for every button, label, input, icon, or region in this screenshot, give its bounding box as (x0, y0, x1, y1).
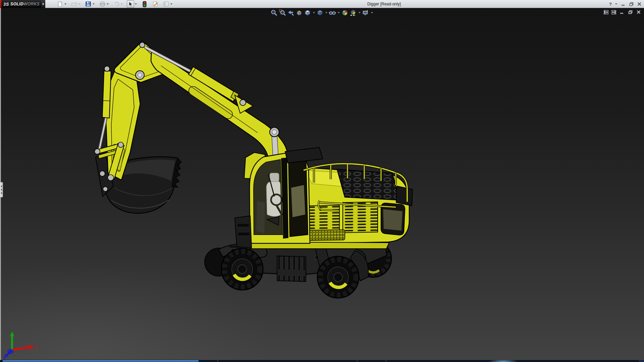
document-restore-button[interactable] (628, 10, 633, 14)
close-icon (637, 2, 641, 6)
section-view-icon (296, 9, 303, 16)
window-controls: ? (609, 0, 642, 8)
save-floppy-icon (85, 1, 91, 7)
chevron-left-icon (1, 189, 2, 191)
close-button[interactable] (637, 2, 642, 6)
zoom-to-area-button[interactable] (279, 9, 286, 16)
boom-cylinder[interactable] (145, 47, 253, 113)
headsup-view-toolbar (270, 9, 373, 16)
taskbar-grip (639, 360, 644, 362)
undo-button[interactable] (113, 0, 120, 8)
view-orientation-button[interactable] (304, 9, 311, 16)
document-title: Digger [Read-only] (349, 2, 419, 6)
restore-button[interactable] (629, 2, 634, 6)
open-button[interactable] (70, 0, 78, 8)
previous-view-button[interactable] (287, 9, 294, 16)
view-settings-caret[interactable] (370, 9, 373, 16)
standard-toolbar (56, 0, 173, 8)
digger-model[interactable] (0, 8, 644, 362)
view-orientation-label: *Dimetric (4, 355, 24, 360)
save-dropdown-caret[interactable] (92, 0, 95, 8)
select-cursor-icon (128, 1, 133, 7)
zoom-to-area-icon (279, 9, 286, 16)
traffic-light-icon (143, 1, 147, 7)
taskbar-separator (217, 360, 218, 362)
edit-appearance-button[interactable] (341, 9, 348, 16)
document-close-button[interactable] (636, 10, 641, 14)
printer-icon (99, 1, 106, 7)
minimize-icon (621, 2, 625, 6)
solidworks-window: 3S SOLIDWORKS (0, 0, 644, 362)
restore-icon (629, 2, 634, 6)
view-settings-button[interactable] (362, 9, 369, 16)
brand-name-bold: SOLID (10, 2, 23, 6)
graphics-area[interactable]: X Z *Dimetric (0, 8, 644, 362)
help-button[interactable]: ? (609, 2, 612, 7)
taskbar-glow (488, 360, 518, 362)
select-tool-button[interactable] (127, 0, 134, 8)
view-settings-icon (362, 9, 369, 16)
options-dropdown-caret[interactable] (170, 0, 173, 8)
menu-expand-arrow[interactable] (41, 0, 45, 8)
taskbar-separator (357, 360, 358, 362)
previous-view-icon (287, 9, 294, 16)
help-dropdown-caret[interactable] (614, 0, 618, 8)
new-document-button[interactable] (56, 0, 64, 8)
taskbar-separator (386, 360, 386, 362)
undo-arrow-icon (113, 1, 120, 7)
close-icon (637, 10, 641, 14)
display-style-button[interactable] (316, 9, 324, 16)
hide-show-items-button[interactable] (329, 9, 336, 16)
open-folder-icon (71, 1, 77, 7)
display-style-caret[interactable] (325, 9, 328, 16)
front-left-wheel[interactable] (221, 248, 263, 290)
edit-appearance-icon (341, 9, 348, 16)
previous-pane-button[interactable] (604, 10, 608, 14)
options-checklist-icon (163, 1, 169, 7)
section-view-button[interactable] (296, 9, 303, 16)
apply-scene-caret[interactable] (358, 9, 361, 16)
chevron-left-icon (1, 192, 2, 194)
main-boom[interactable] (151, 49, 287, 159)
print-dropdown-caret[interactable] (106, 0, 109, 8)
hide-show-items-icon (329, 9, 336, 16)
minimize-icon (620, 10, 624, 14)
new-dropdown-caret[interactable] (64, 0, 67, 8)
hide-show-items-caret[interactable] (337, 9, 340, 16)
file-properties-icon (152, 1, 159, 7)
view-orientation-icon (304, 9, 311, 16)
next-pane-button[interactable] (611, 10, 616, 14)
chevron-right-icon (43, 3, 44, 5)
zoom-to-fit-button[interactable] (270, 9, 278, 16)
file-properties-button[interactable] (152, 0, 159, 8)
select-dropdown-caret[interactable] (134, 0, 138, 8)
new-document-icon (57, 1, 63, 7)
minimize-button[interactable] (621, 2, 626, 6)
front-right-wheel[interactable] (317, 256, 359, 298)
display-style-icon (317, 9, 323, 16)
solidworks-logo: 3S SOLIDWORKS (1, 0, 41, 8)
apply-scene-icon (350, 9, 357, 16)
pane-left-arrow-icon (604, 11, 608, 14)
triad-x-label: X (34, 345, 38, 350)
options-button[interactable] (162, 0, 170, 8)
rebuild-button[interactable] (141, 0, 148, 8)
3ds-logo-icon: 3S (3, 2, 9, 7)
open-dropdown-caret[interactable] (78, 0, 81, 8)
title-bar: 3S SOLIDWORKS (0, 0, 644, 8)
featuremanager-collapsed-tab[interactable] (0, 182, 3, 197)
undo-dropdown-caret[interactable] (120, 0, 123, 8)
document-minimize-button[interactable] (619, 10, 625, 14)
restore-icon (628, 10, 633, 14)
save-button[interactable] (85, 0, 92, 8)
os-taskbar-edge[interactable] (0, 360, 644, 362)
brand-name-light: WORKS (23, 2, 40, 6)
pane-right-arrow-icon (612, 11, 615, 14)
zoom-to-fit-icon (271, 9, 277, 16)
apply-scene-button[interactable] (350, 9, 357, 16)
view-orientation-caret[interactable] (312, 9, 315, 16)
document-window-controls (604, 10, 641, 14)
taskbar-active-button[interactable] (3, 360, 199, 362)
chevron-left-icon (1, 185, 2, 187)
print-button[interactable] (99, 0, 106, 8)
